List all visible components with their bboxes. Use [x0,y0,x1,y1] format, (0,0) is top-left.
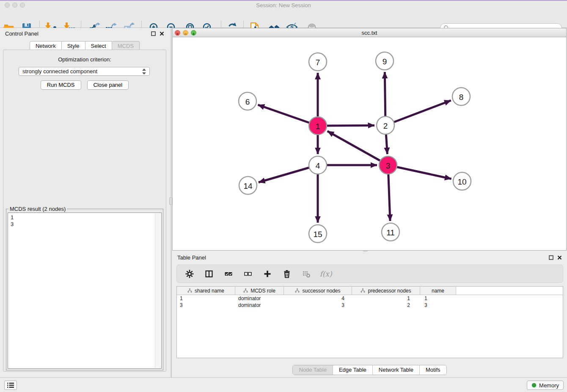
table-header-row: shared nameMCDS rolesuccessor nodesprede… [177,287,563,295]
node-label-6: 6 [245,97,250,106]
main-toolbar [0,9,567,28]
run-mcds-button[interactable]: Run MCDS [41,80,81,90]
control-panel-title: Control Panel [5,30,39,37]
cell-name[interactable]: 3 [420,302,456,308]
node-label-10: 10 [457,177,466,186]
add-column-button[interactable] [262,269,272,279]
cell-name[interactable]: 1 [420,295,456,301]
node-label-14: 14 [243,182,253,190]
tab-edge-table[interactable]: Edge Table [333,365,372,375]
column-label: successor nodes [302,288,340,294]
node-label-1: 1 [316,122,320,131]
column-header-shared-name[interactable]: shared name [177,287,235,295]
tab-network-table[interactable]: Network Table [372,365,419,375]
control-panel: Control Panel NetworkStyleSelectMCDS Opt… [0,28,169,377]
node-label-9: 9 [383,57,387,66]
memory-label: Memory [539,382,559,389]
table-body: 1dominator4113dominator323 [177,295,563,309]
table-panel: Table Panel [172,252,567,377]
vertical-splitter[interactable] [169,28,172,377]
split-columns-icon [205,270,213,278]
network-window-titlebar[interactable]: scc.txt [173,28,566,37]
mcds-result-box: MCDS result (2 nodes) 1 3 [6,209,163,370]
session-title: Session: New Session [0,2,567,8]
memory-button[interactable]: Memory [527,381,564,390]
close-panel-icon[interactable] [160,31,164,36]
table-tabs-bar: Node TableEdge TableNetwork TableMotifs [172,365,567,375]
column-label: shared name [195,288,224,294]
edge-2-8[interactable] [385,100,451,125]
float-table-panel-icon[interactable] [549,255,553,260]
mcds-result-area[interactable]: 1 3 [8,213,162,369]
plus-icon [263,270,272,278]
cell-successor-nodes[interactable]: 4 [284,295,352,301]
table-panel-header: Table Panel [172,252,567,263]
task-history-button[interactable] [4,381,17,390]
status-bar: Memory [0,377,567,392]
edge-3-1[interactable] [328,131,388,165]
sort-icon[interactable] [295,288,300,293]
delete-column-button[interactable] [282,269,292,279]
table-toolbar: f(x) [176,265,563,283]
tab-node-table[interactable]: Node Table [293,365,333,375]
sort-icon[interactable] [361,288,365,293]
table-settings-button[interactable] [184,269,195,279]
close-table-panel-icon[interactable] [557,255,562,260]
gear-icon [185,270,194,278]
column-label: predecessor nodes [368,288,411,294]
select-stepper-icon [142,69,146,75]
node-label-2: 2 [383,121,388,130]
sort-icon[interactable] [243,288,248,293]
mcds-result-text: 1 3 [11,214,154,367]
app-titlebar: Session: New Session [0,1,567,9]
toggle-panel-button[interactable] [204,269,214,279]
tab-motifs[interactable]: Motifs [419,365,446,375]
select-all-columns-button[interactable] [223,269,234,279]
trash-icon [283,270,291,278]
cell-mcds-role[interactable]: dominator [235,295,284,301]
cell-shared-name[interactable]: 1 [177,295,235,301]
network-graph[interactable]: 7968124314101511 [173,37,566,250]
float-panel-icon[interactable] [151,31,156,36]
mcds-result-title: MCDS result (2 nodes) [8,206,67,212]
cell-successor-nodes[interactable]: 3 [284,302,352,308]
vertical-splitter-handle[interactable] [169,197,172,205]
table-panel-title: Table Panel [177,254,206,261]
memory-status-icon [531,383,537,388]
edge-3-10[interactable] [388,165,451,179]
cell-mcds-role[interactable]: dominator [235,302,284,308]
column-header-successor-nodes[interactable]: successor nodes [284,287,352,295]
network-view-window: scc.txt 7968124314101511 [172,28,567,251]
result-scrollbar[interactable] [155,213,161,368]
table-row[interactable]: 1dominator411 [177,295,563,302]
node-label-3: 3 [386,161,391,170]
column-header-mcds-role[interactable]: MCDS role [235,287,284,295]
column-label: MCDS role [250,288,275,294]
control-panel-header: Control Panel [0,28,169,39]
list-icon [7,382,14,389]
network-canvas[interactable]: 7968124314101511 [173,37,566,250]
sort-icon[interactable] [187,288,192,293]
close-panel-button[interactable]: Close panel [87,80,129,90]
cell-predecessor-nodes[interactable]: 1 [352,295,420,301]
delete-table-icon [302,270,311,278]
mcds-panel: Optimization criterion: strongly connect… [3,50,166,372]
node-label-4: 4 [316,161,320,170]
criterion-select[interactable]: strongly connected component [19,67,150,76]
edge-1-6[interactable] [258,105,318,126]
cell-predecessor-nodes[interactable]: 2 [352,302,420,308]
column-header-predecessor-nodes[interactable]: predecessor nodes [352,287,420,295]
node-label-15: 15 [313,230,322,239]
table-row[interactable]: 3dominator323 [177,302,563,309]
delete-table-button[interactable] [301,269,311,279]
checked-boxes-icon [224,270,233,278]
column-header-name[interactable]: name [420,287,456,295]
criterion-value: strongly connected component [22,68,97,75]
node-label-11: 11 [386,228,395,237]
unchecked-boxes-icon [244,270,252,278]
cell-shared-name[interactable]: 3 [177,302,235,308]
unselect-all-columns-button[interactable] [243,269,253,279]
node-label-7: 7 [316,58,320,67]
function-builder-button[interactable]: f(x) [321,269,331,279]
node-table: shared nameMCDS rolesuccessor nodesprede… [176,286,563,358]
